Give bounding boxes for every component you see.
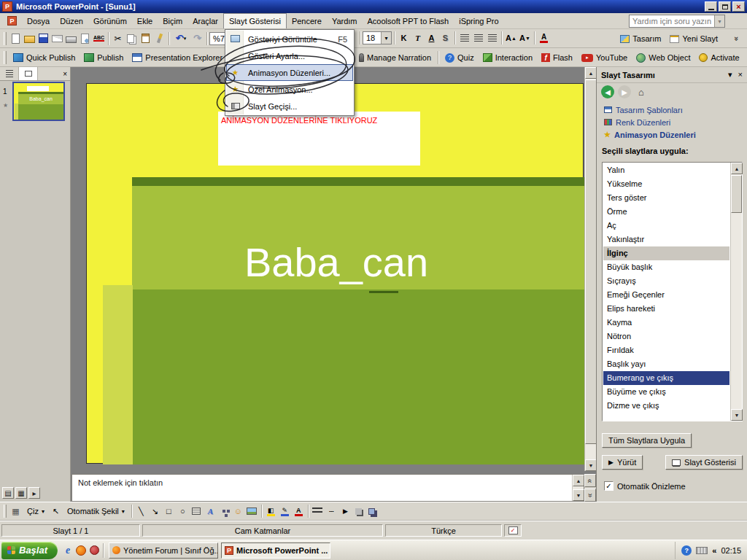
scrollbar-thumb[interactable]: [585, 79, 597, 444]
menu-item-custom-animation[interactable]: ★ Özel Animasyon...: [226, 81, 353, 98]
activate-button[interactable]: Activate: [694, 50, 743, 66]
menu-ekle[interactable]: Ekle: [132, 13, 158, 28]
design-templates-link[interactable]: Tasarım Şablonları: [597, 104, 747, 116]
clipart-button[interactable]: ☺: [231, 504, 245, 518]
menu-item-setup-show[interactable]: Gösteri Ayarla...: [226, 47, 353, 64]
outline-tab[interactable]: [0, 67, 19, 80]
rectangle-button[interactable]: □: [162, 504, 176, 518]
list-item[interactable]: Kayma: [603, 316, 729, 330]
text-box-button[interactable]: [190, 504, 204, 518]
menu-slayt-gosterisi[interactable]: Slayt Gösterisi: [223, 13, 287, 28]
restore-button[interactable]: [719, 1, 731, 12]
3d-style-button[interactable]: [366, 504, 380, 518]
slide-thumbnail[interactable]: Baba_can: [12, 82, 65, 121]
draw-menu-button[interactable]: Çiz ▾: [23, 503, 49, 519]
back-button[interactable]: ◀: [601, 85, 614, 98]
list-scroll-up-button[interactable]: ▲: [731, 163, 743, 174]
close-button[interactable]: ×: [732, 1, 745, 12]
italic-button[interactable]: T: [411, 31, 425, 45]
oval-button[interactable]: ○: [176, 504, 190, 518]
arrow-button[interactable]: ↘: [148, 504, 162, 518]
print-button[interactable]: [64, 31, 78, 46]
quick-publish-button[interactable]: Quick Publish: [9, 50, 80, 66]
list-scrollbar[interactable]: ▲ ▼: [730, 163, 742, 421]
web-object-button[interactable]: Web Object: [632, 50, 694, 66]
mail-button[interactable]: [50, 31, 64, 46]
manage-narration-button[interactable]: Manage Narration: [355, 50, 436, 66]
diagram-button[interactable]: [217, 504, 231, 518]
slide-canvas[interactable]: Baba_can ANİMASYON DÜZENLERİNE TIKLIYORU…: [86, 83, 584, 464]
forward-button[interactable]: ▶: [618, 85, 631, 98]
animation-schemes-link[interactable]: ★ Animasyon Düzenleri: [597, 128, 747, 141]
spelling-button[interactable]: ABC: [92, 31, 106, 46]
arrow-style-button[interactable]: ▶: [338, 504, 352, 518]
font-color-button[interactable]: A: [537, 31, 551, 45]
align-right-button[interactable]: [485, 31, 499, 45]
menu-item-view-show[interactable]: Gösteriyi Görüntüle F5: [226, 31, 353, 47]
list-item-current[interactable]: İlginç: [603, 246, 729, 260]
minimize-button[interactable]: [705, 1, 717, 12]
list-item[interactable]: Yakınlaştır: [603, 233, 729, 246]
slide-show-view-button[interactable]: ▸: [28, 487, 40, 499]
quicklaunch-browser-icon[interactable]: e: [61, 544, 74, 557]
list-item-selected[interactable]: Bumerang ve çıkış: [603, 371, 729, 385]
list-item[interactable]: Başlık yayı: [603, 357, 729, 371]
list-item[interactable]: Elips hareketi: [603, 302, 729, 316]
notes-scroll-up-button[interactable]: ▲: [573, 475, 584, 486]
wordart-button[interactable]: A: [204, 504, 217, 518]
font-color-button[interactable]: A: [292, 504, 306, 518]
dash-style-button[interactable]: ┄: [325, 504, 338, 518]
toolbar-handle[interactable]: [4, 505, 7, 518]
task-button-browser[interactable]: Yönetim Forum | Sınıf Öğ...: [109, 542, 218, 559]
presentation-explorer-button[interactable]: Presentation Explorer: [128, 50, 227, 66]
list-item[interactable]: Sıçrayış: [603, 274, 729, 288]
list-item[interactable]: Yükselme: [603, 177, 729, 191]
font-size-combo[interactable]: 18 ▾: [363, 31, 392, 44]
quicklaunch-media-icon[interactable]: [88, 544, 101, 557]
open-button[interactable]: [23, 31, 36, 46]
editor-scrollbar[interactable]: ▲ ▼: [584, 67, 596, 471]
undo-button[interactable]: ↶ ▾: [171, 31, 190, 46]
new-button[interactable]: [9, 31, 23, 46]
list-item[interactable]: Fırıldak: [603, 343, 729, 357]
scroll-down-button[interactable]: ▼: [585, 459, 597, 471]
slides-tab[interactable]: [19, 67, 38, 80]
list-item[interactable]: Ters göster: [603, 191, 729, 205]
task-pane-close-button[interactable]: ×: [738, 70, 743, 79]
shadow-button[interactable]: S: [438, 31, 452, 45]
shadow-style-button[interactable]: [352, 504, 366, 518]
menu-acoolsoft[interactable]: Acoolsoft PPT to Flash: [363, 13, 454, 28]
slide-title-textbox[interactable]: Baba_can: [132, 238, 541, 286]
scroll-up-button[interactable]: ▲: [585, 67, 597, 79]
bold-button[interactable]: K: [397, 31, 411, 45]
chevron-down-icon[interactable]: ▾: [714, 15, 724, 27]
line-style-button[interactable]: [311, 504, 325, 518]
list-scrollbar-thumb[interactable]: [731, 175, 742, 213]
design-button[interactable]: Tasarım: [616, 31, 665, 47]
start-button[interactable]: Başlat: [1, 542, 58, 559]
menu-ispring[interactable]: iSpring Pro: [454, 13, 503, 28]
transition-indicator-icon[interactable]: ★: [3, 102, 8, 109]
format-painter-button[interactable]: [152, 31, 166, 46]
align-left-button[interactable]: [457, 31, 471, 45]
publish-button[interactable]: Publish: [80, 50, 128, 66]
menu-gorunum[interactable]: Görünüm: [88, 13, 132, 28]
previous-slide-button[interactable]: «: [584, 474, 596, 487]
slide-annotation-box[interactable]: ANİMASYON DÜZENLERİNE TIKLIYORUZ: [218, 112, 420, 166]
menu-item-slide-transition[interactable]: Slayt Geçişi...: [226, 98, 353, 114]
list-item[interactable]: Dizme ve çıkış: [603, 399, 729, 413]
copy-button[interactable]: [125, 31, 139, 46]
toolbar-options-button[interactable]: »: [730, 31, 744, 46]
tray-collapse-chevron[interactable]: «: [712, 546, 716, 555]
line-button[interactable]: ╲: [134, 504, 148, 518]
status-language[interactable]: Türkçe: [385, 524, 502, 537]
list-item[interactable]: Aç: [603, 219, 729, 233]
close-pane-button[interactable]: ×: [63, 70, 67, 78]
spelling-status[interactable]: ✓: [504, 524, 522, 537]
paste-button[interactable]: [139, 31, 152, 46]
normal-view-button[interactable]: ▤: [2, 487, 14, 499]
menu-bicim[interactable]: Biçim: [158, 13, 187, 28]
keyboard-tray-icon[interactable]: [696, 547, 708, 554]
help-tray-icon[interactable]: ?: [681, 545, 692, 556]
menu-duzen[interactable]: Düzen: [55, 13, 88, 28]
